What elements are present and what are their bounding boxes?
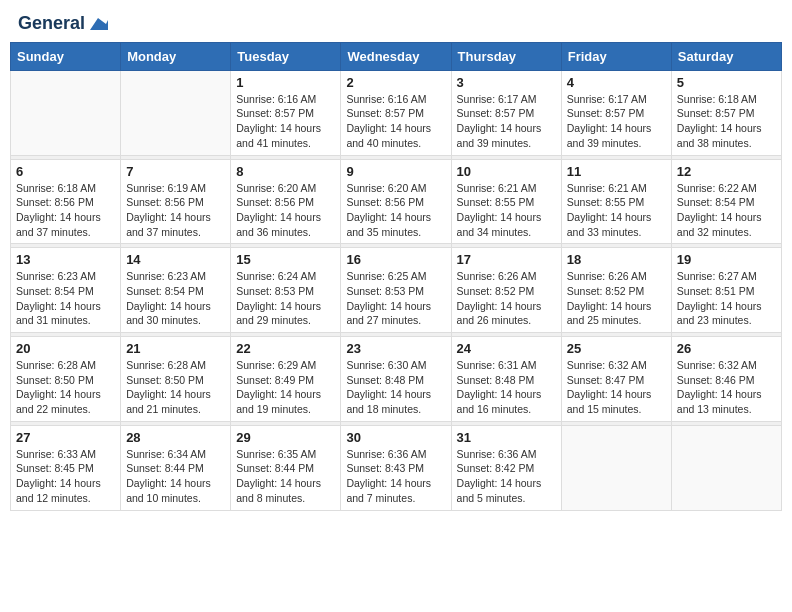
- calendar-cell: 5Sunrise: 6:18 AM Sunset: 8:57 PM Daylig…: [671, 70, 781, 155]
- calendar-cell: 26Sunrise: 6:32 AM Sunset: 8:46 PM Dayli…: [671, 337, 781, 422]
- calendar-cell: 29Sunrise: 6:35 AM Sunset: 8:44 PM Dayli…: [231, 425, 341, 510]
- day-info: Sunrise: 6:33 AM Sunset: 8:45 PM Dayligh…: [16, 447, 115, 506]
- calendar-cell: 28Sunrise: 6:34 AM Sunset: 8:44 PM Dayli…: [121, 425, 231, 510]
- weekday-header: Friday: [561, 42, 671, 70]
- day-number: 18: [567, 252, 666, 267]
- day-number: 7: [126, 164, 225, 179]
- calendar-cell: 18Sunrise: 6:26 AM Sunset: 8:52 PM Dayli…: [561, 248, 671, 333]
- day-info: Sunrise: 6:29 AM Sunset: 8:49 PM Dayligh…: [236, 358, 335, 417]
- svg-marker-0: [90, 18, 108, 30]
- weekday-header: Monday: [121, 42, 231, 70]
- calendar-cell: 31Sunrise: 6:36 AM Sunset: 8:42 PM Dayli…: [451, 425, 561, 510]
- calendar-cell: 30Sunrise: 6:36 AM Sunset: 8:43 PM Dayli…: [341, 425, 451, 510]
- weekday-header: Tuesday: [231, 42, 341, 70]
- day-info: Sunrise: 6:36 AM Sunset: 8:42 PM Dayligh…: [457, 447, 556, 506]
- day-number: 29: [236, 430, 335, 445]
- day-info: Sunrise: 6:26 AM Sunset: 8:52 PM Dayligh…: [457, 269, 556, 328]
- day-number: 31: [457, 430, 556, 445]
- day-number: 24: [457, 341, 556, 356]
- day-info: Sunrise: 6:32 AM Sunset: 8:46 PM Dayligh…: [677, 358, 776, 417]
- day-info: Sunrise: 6:19 AM Sunset: 8:56 PM Dayligh…: [126, 181, 225, 240]
- calendar-cell: 13Sunrise: 6:23 AM Sunset: 8:54 PM Dayli…: [11, 248, 121, 333]
- day-number: 10: [457, 164, 556, 179]
- calendar-cell: 15Sunrise: 6:24 AM Sunset: 8:53 PM Dayli…: [231, 248, 341, 333]
- day-info: Sunrise: 6:24 AM Sunset: 8:53 PM Dayligh…: [236, 269, 335, 328]
- logo-icon: [86, 16, 108, 32]
- day-info: Sunrise: 6:16 AM Sunset: 8:57 PM Dayligh…: [236, 92, 335, 151]
- day-number: 4: [567, 75, 666, 90]
- day-number: 3: [457, 75, 556, 90]
- calendar-cell: 22Sunrise: 6:29 AM Sunset: 8:49 PM Dayli…: [231, 337, 341, 422]
- day-number: 27: [16, 430, 115, 445]
- day-number: 12: [677, 164, 776, 179]
- calendar-cell: 17Sunrise: 6:26 AM Sunset: 8:52 PM Dayli…: [451, 248, 561, 333]
- day-number: 13: [16, 252, 115, 267]
- day-number: 22: [236, 341, 335, 356]
- day-info: Sunrise: 6:17 AM Sunset: 8:57 PM Dayligh…: [457, 92, 556, 151]
- day-info: Sunrise: 6:20 AM Sunset: 8:56 PM Dayligh…: [346, 181, 445, 240]
- day-info: Sunrise: 6:20 AM Sunset: 8:56 PM Dayligh…: [236, 181, 335, 240]
- calendar-week-row: 1Sunrise: 6:16 AM Sunset: 8:57 PM Daylig…: [11, 70, 782, 155]
- day-info: Sunrise: 6:32 AM Sunset: 8:47 PM Dayligh…: [567, 358, 666, 417]
- day-info: Sunrise: 6:23 AM Sunset: 8:54 PM Dayligh…: [16, 269, 115, 328]
- day-number: 5: [677, 75, 776, 90]
- logo: General: [18, 14, 108, 30]
- weekday-header: Saturday: [671, 42, 781, 70]
- weekday-header: Thursday: [451, 42, 561, 70]
- day-info: Sunrise: 6:22 AM Sunset: 8:54 PM Dayligh…: [677, 181, 776, 240]
- weekday-header: Sunday: [11, 42, 121, 70]
- calendar-cell: 4Sunrise: 6:17 AM Sunset: 8:57 PM Daylig…: [561, 70, 671, 155]
- day-info: Sunrise: 6:35 AM Sunset: 8:44 PM Dayligh…: [236, 447, 335, 506]
- day-number: 28: [126, 430, 225, 445]
- day-info: Sunrise: 6:21 AM Sunset: 8:55 PM Dayligh…: [457, 181, 556, 240]
- header-row: SundayMondayTuesdayWednesdayThursdayFrid…: [11, 42, 782, 70]
- day-number: 6: [16, 164, 115, 179]
- calendar-week-row: 6Sunrise: 6:18 AM Sunset: 8:56 PM Daylig…: [11, 159, 782, 244]
- day-number: 14: [126, 252, 225, 267]
- calendar-week-row: 27Sunrise: 6:33 AM Sunset: 8:45 PM Dayli…: [11, 425, 782, 510]
- day-info: Sunrise: 6:34 AM Sunset: 8:44 PM Dayligh…: [126, 447, 225, 506]
- calendar-week-row: 13Sunrise: 6:23 AM Sunset: 8:54 PM Dayli…: [11, 248, 782, 333]
- day-number: 16: [346, 252, 445, 267]
- day-number: 30: [346, 430, 445, 445]
- day-info: Sunrise: 6:27 AM Sunset: 8:51 PM Dayligh…: [677, 269, 776, 328]
- day-number: 9: [346, 164, 445, 179]
- day-number: 1: [236, 75, 335, 90]
- calendar-cell: 10Sunrise: 6:21 AM Sunset: 8:55 PM Dayli…: [451, 159, 561, 244]
- day-number: 23: [346, 341, 445, 356]
- calendar-cell: 14Sunrise: 6:23 AM Sunset: 8:54 PM Dayli…: [121, 248, 231, 333]
- calendar-cell: 20Sunrise: 6:28 AM Sunset: 8:50 PM Dayli…: [11, 337, 121, 422]
- calendar-week-row: 20Sunrise: 6:28 AM Sunset: 8:50 PM Dayli…: [11, 337, 782, 422]
- calendar-cell: 9Sunrise: 6:20 AM Sunset: 8:56 PM Daylig…: [341, 159, 451, 244]
- day-info: Sunrise: 6:31 AM Sunset: 8:48 PM Dayligh…: [457, 358, 556, 417]
- day-info: Sunrise: 6:18 AM Sunset: 8:57 PM Dayligh…: [677, 92, 776, 151]
- calendar-cell: [121, 70, 231, 155]
- calendar-cell: [11, 70, 121, 155]
- day-info: Sunrise: 6:16 AM Sunset: 8:57 PM Dayligh…: [346, 92, 445, 151]
- calendar-cell: 1Sunrise: 6:16 AM Sunset: 8:57 PM Daylig…: [231, 70, 341, 155]
- calendar-cell: [561, 425, 671, 510]
- day-number: 26: [677, 341, 776, 356]
- calendar-cell: 11Sunrise: 6:21 AM Sunset: 8:55 PM Dayli…: [561, 159, 671, 244]
- calendar-cell: 7Sunrise: 6:19 AM Sunset: 8:56 PM Daylig…: [121, 159, 231, 244]
- day-number: 19: [677, 252, 776, 267]
- day-number: 17: [457, 252, 556, 267]
- calendar-table: SundayMondayTuesdayWednesdayThursdayFrid…: [10, 42, 782, 511]
- day-info: Sunrise: 6:30 AM Sunset: 8:48 PM Dayligh…: [346, 358, 445, 417]
- logo-text: General: [18, 14, 108, 34]
- day-info: Sunrise: 6:26 AM Sunset: 8:52 PM Dayligh…: [567, 269, 666, 328]
- day-info: Sunrise: 6:21 AM Sunset: 8:55 PM Dayligh…: [567, 181, 666, 240]
- day-number: 15: [236, 252, 335, 267]
- calendar-cell: [671, 425, 781, 510]
- day-number: 21: [126, 341, 225, 356]
- calendar-cell: 23Sunrise: 6:30 AM Sunset: 8:48 PM Dayli…: [341, 337, 451, 422]
- day-number: 8: [236, 164, 335, 179]
- calendar-cell: 2Sunrise: 6:16 AM Sunset: 8:57 PM Daylig…: [341, 70, 451, 155]
- day-info: Sunrise: 6:18 AM Sunset: 8:56 PM Dayligh…: [16, 181, 115, 240]
- calendar-cell: 12Sunrise: 6:22 AM Sunset: 8:54 PM Dayli…: [671, 159, 781, 244]
- day-info: Sunrise: 6:25 AM Sunset: 8:53 PM Dayligh…: [346, 269, 445, 328]
- calendar-cell: 24Sunrise: 6:31 AM Sunset: 8:48 PM Dayli…: [451, 337, 561, 422]
- calendar-cell: 27Sunrise: 6:33 AM Sunset: 8:45 PM Dayli…: [11, 425, 121, 510]
- day-number: 25: [567, 341, 666, 356]
- day-number: 11: [567, 164, 666, 179]
